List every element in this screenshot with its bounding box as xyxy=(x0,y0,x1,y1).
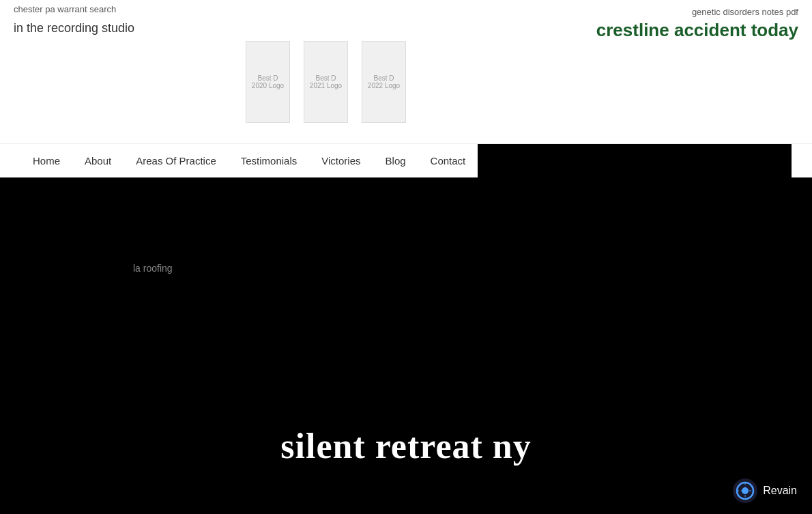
revain-label: Revain xyxy=(763,485,797,497)
nav-home[interactable]: Home xyxy=(20,144,72,178)
logos-container: Best D 2020 Logo Best D 2021 Logo Best D… xyxy=(246,41,406,123)
nav-black-fill xyxy=(478,144,792,178)
navbar: Home About Areas Of Practice Testimonial… xyxy=(0,143,812,177)
nav-areas-of-practice[interactable]: Areas Of Practice xyxy=(124,144,229,178)
nav-contact[interactable]: Contact xyxy=(418,144,478,178)
nav-blog[interactable]: Blog xyxy=(373,144,418,178)
nav-victories[interactable]: Victories xyxy=(309,144,373,178)
silent-retreat-heading: silent retreat ny xyxy=(280,426,531,466)
revain-icon xyxy=(733,479,757,503)
right-links: genetic disorders notes pdf crestline ac… xyxy=(596,7,798,41)
logo-2021: Best D 2021 Logo xyxy=(304,41,348,123)
genetic-disorders-link[interactable]: genetic disorders notes pdf xyxy=(692,7,798,17)
la-roofing-text: la roofing xyxy=(133,263,173,274)
nav-about[interactable]: About xyxy=(72,144,124,178)
nav-testimonials[interactable]: Testimonials xyxy=(229,144,310,178)
hero-section: la roofing silent retreat ny Revain xyxy=(0,177,812,514)
revain-widget[interactable]: Revain xyxy=(725,474,805,507)
logo-2022: Best D 2022 Logo xyxy=(362,41,406,123)
logo-2020: Best D 2020 Logo xyxy=(246,41,290,123)
crestline-accident-link[interactable]: crestline accident today xyxy=(596,20,798,41)
header: chester pa warrant search in the recordi… xyxy=(0,0,812,143)
